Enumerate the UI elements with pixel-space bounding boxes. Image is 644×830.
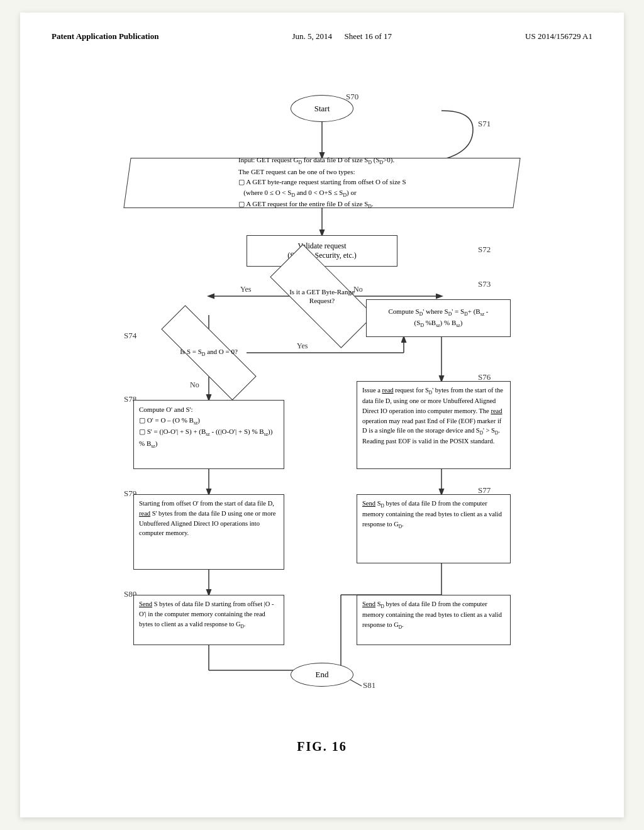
input-box: Input: GET request GD for data file D of…	[123, 158, 520, 208]
svg-text:S73: S73	[478, 279, 491, 289]
svg-text:No: No	[190, 380, 199, 389]
diamond-s74-wrapper: Is S = SD and O = 0?	[158, 336, 259, 370]
svg-line-36	[350, 680, 362, 686]
diagram-container: S70 S71 S72 S73 Yes No S74 Yes No S75	[64, 67, 580, 727]
diagram-area: S70 S71 S72 S73 Yes No S74 Yes No S75	[52, 67, 592, 727]
svg-text:S74: S74	[124, 331, 137, 340]
svg-text:S70: S70	[346, 92, 358, 101]
s78-node: Compute O' and S': ▢ O' = O – (O % Bsz) …	[133, 400, 284, 469]
diamond-s73-wrapper: Is it a GET Byte-RangeRequest?	[272, 273, 372, 319]
svg-text:S76: S76	[478, 372, 491, 382]
svg-text:Yes: Yes	[297, 341, 308, 350]
validate-node2: Validate request(Syntax, Security, etc.)	[247, 235, 397, 267]
svg-text:S72: S72	[478, 245, 491, 254]
s76-node: Issue a read request for SD' bytes from …	[357, 381, 511, 469]
s80-node: Send S bytes of data file D starting fro…	[133, 595, 284, 645]
s75-node: Compute SD' where SD' = SD+ (Bsz -(SD %B…	[366, 299, 511, 337]
s77-node: Send SD bytes of data file D from the co…	[357, 494, 511, 563]
page-header: Patent Application Publication Jun. 5, 2…	[52, 31, 592, 42]
end-node: End	[291, 663, 353, 687]
sheet-info: Sheet 16 of 17	[345, 31, 392, 41]
svg-text:Yes: Yes	[240, 285, 252, 294]
svg-text:S71: S71	[478, 119, 491, 128]
svg-text:S81: S81	[363, 680, 375, 690]
page: Patent Application Publication Jun. 5, 2…	[20, 13, 624, 817]
diamond-s74-text: Is S = SD and O = 0?	[158, 336, 259, 370]
patent-number: US 2014/156729 A1	[525, 31, 592, 42]
figure-caption: FIG. 16	[52, 739, 592, 754]
diamond-s73-text: Is it a GET Byte-RangeRequest?	[272, 273, 372, 319]
start-node: Start	[291, 95, 353, 122]
publication-date: Jun. 5, 2014	[292, 31, 333, 41]
s79-node: Starting from offset O' from the start o…	[133, 494, 284, 570]
publication-label: Patent Application Publication	[52, 31, 158, 42]
header-date-sheet: Jun. 5, 2014 Sheet 16 of 17	[292, 31, 392, 42]
s77b-node: Send SD bytes of data file D from the co…	[357, 595, 511, 645]
svg-text:S77: S77	[478, 485, 491, 495]
